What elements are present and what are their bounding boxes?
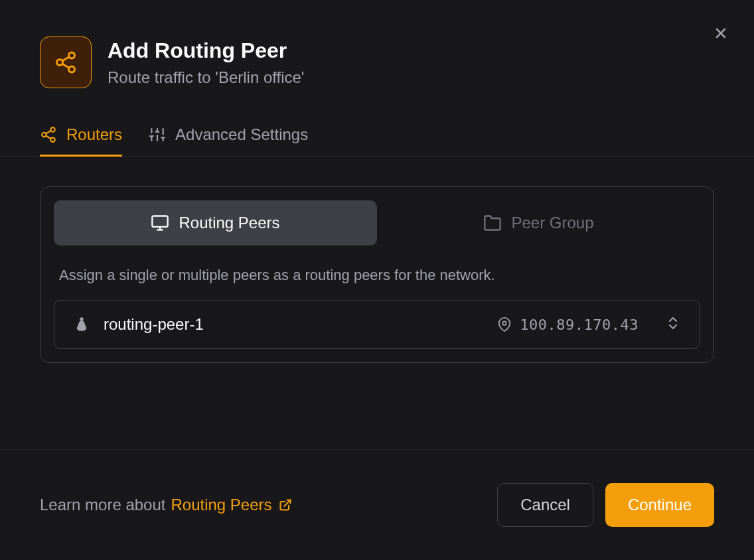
- learn-link-label: Routing Peers: [171, 496, 271, 514]
- modal-title: Add Routing Peer: [108, 38, 304, 63]
- tab-advanced-settings[interactable]: Advanced Settings: [149, 115, 308, 157]
- toggle-group: Routing Peers Peer Group: [54, 200, 700, 245]
- tab-routers[interactable]: Routers: [40, 115, 122, 157]
- svg-point-8: [42, 133, 46, 137]
- chevrons-up-down-icon: [665, 315, 681, 331]
- routing-panel: Routing Peers Peer Group Assign a single…: [40, 186, 714, 363]
- svg-line-11: [46, 136, 50, 139]
- svg-point-3: [57, 60, 63, 66]
- close-icon: [713, 25, 729, 41]
- header-icon-container: [40, 36, 92, 88]
- svg-rect-21: [153, 216, 168, 227]
- svg-line-5: [62, 57, 69, 61]
- cancel-button[interactable]: Cancel: [497, 483, 593, 527]
- peer-meta: 100.89.170.43: [497, 316, 639, 333]
- folder-icon: [483, 214, 502, 232]
- continue-button[interactable]: Continue: [605, 483, 714, 527]
- monitor-icon: [151, 214, 169, 232]
- svg-line-25: [284, 500, 290, 506]
- tab-label: Routers: [66, 125, 122, 144]
- toggle-routing-peers[interactable]: Routing Peers: [54, 200, 377, 245]
- share-icon: [40, 126, 57, 143]
- close-button[interactable]: [711, 23, 731, 43]
- svg-point-24: [503, 321, 507, 325]
- selected-peer-name: routing-peer-1: [104, 315, 484, 334]
- modal-subtitle: Route traffic to 'Berlin office': [108, 68, 304, 87]
- tabs-container: Routers Advanced Settings: [0, 115, 754, 157]
- settings-icon: [149, 126, 166, 143]
- toggle-peer-group[interactable]: Peer Group: [377, 200, 700, 245]
- header-text: Add Routing Peer Route traffic to 'Berli…: [108, 38, 304, 87]
- panel-description: Assign a single or multiple peers as a r…: [54, 267, 700, 284]
- chevron-selector: [665, 315, 681, 334]
- location-icon: [497, 317, 512, 332]
- modal-add-routing-peer: Add Routing Peer Route traffic to 'Berli…: [0, 0, 754, 560]
- svg-point-2: [69, 52, 75, 58]
- toggle-label: Routing Peers: [179, 214, 279, 232]
- modal-header: Add Routing Peer Route traffic to 'Berli…: [0, 0, 754, 115]
- svg-line-10: [46, 131, 50, 133]
- tab-label: Advanced Settings: [175, 125, 308, 144]
- external-link-icon: [279, 498, 292, 512]
- svg-point-4: [69, 66, 75, 72]
- peer-selector[interactable]: routing-peer-1 100.89.170.43: [54, 300, 700, 349]
- share-icon: [54, 50, 78, 74]
- svg-point-7: [50, 127, 55, 132]
- selected-peer-ip: 100.89.170.43: [520, 316, 639, 333]
- learn-more-text: Learn more about Routing Peers: [40, 496, 292, 514]
- svg-point-9: [50, 137, 55, 142]
- linux-icon: [73, 316, 90, 333]
- content-area: Routing Peers Peer Group Assign a single…: [0, 157, 754, 449]
- modal-footer: Learn more about Routing Peers Cancel Co…: [0, 449, 754, 560]
- svg-line-6: [62, 64, 69, 68]
- learn-more-link[interactable]: Routing Peers: [171, 496, 291, 514]
- footer-actions: Cancel Continue: [497, 483, 714, 527]
- toggle-label: Peer Group: [511, 214, 593, 232]
- learn-prefix: Learn more about: [40, 496, 165, 514]
